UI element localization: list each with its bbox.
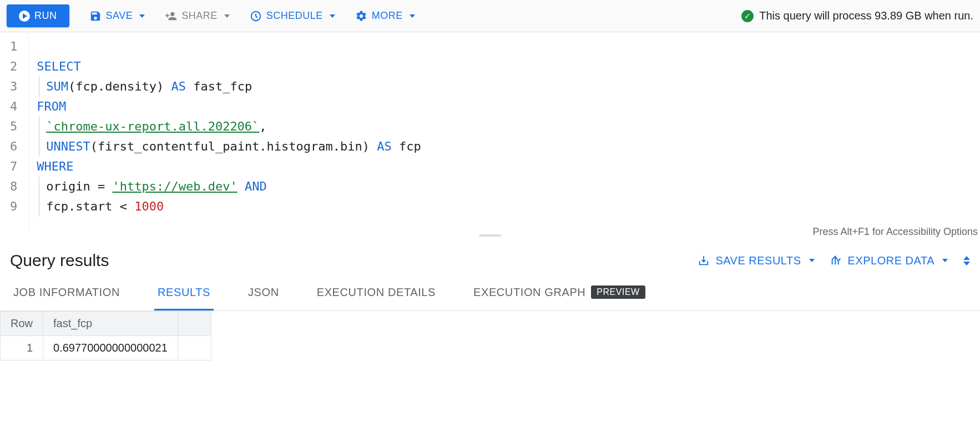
chevron-up-icon: [963, 256, 970, 260]
schedule-label: SCHEDULE: [266, 10, 323, 22]
toolbar: RUN SAVE SHARE SCHEDULE MORE ✓ This quer…: [0, 0, 980, 32]
run-button[interactable]: RUN: [7, 4, 69, 27]
chevron-down-icon: [139, 14, 145, 18]
results-tabs: JOB INFORMATION RESULTS JSON EXECUTION D…: [0, 275, 980, 311]
cell-rownum: 1: [1, 336, 43, 360]
tab-json[interactable]: JSON: [245, 276, 282, 310]
status-text: This query will process 93.89 GB when ru…: [759, 9, 973, 22]
gear-icon: [355, 10, 367, 22]
query-status: ✓ This query will process 93.89 GB when …: [741, 9, 973, 22]
person-add-icon: [165, 10, 177, 22]
download-icon: [698, 254, 710, 267]
save-results-button[interactable]: SAVE RESULTS: [698, 254, 814, 267]
chevron-down-icon: [809, 259, 815, 262]
chart-icon: [830, 254, 842, 267]
check-icon: ✓: [741, 10, 754, 22]
results-header: Query results SAVE RESULTS EXPLORE DATA: [0, 239, 980, 275]
share-button[interactable]: SHARE: [165, 10, 230, 22]
sql-editor[interactable]: 1 2 3 4 5 6 7 8 9 SELECT SUM(fcp.density…: [0, 32, 980, 232]
save-label: SAVE: [106, 10, 133, 22]
expand-collapse-button[interactable]: [963, 256, 970, 265]
tab-execution-details[interactable]: EXECUTION DETAILS: [314, 276, 439, 310]
save-button[interactable]: SAVE: [89, 10, 145, 22]
tab-job-information[interactable]: JOB INFORMATION: [10, 276, 123, 310]
clock-icon: [250, 10, 262, 22]
col-fast-fcp: fast_fcp: [43, 312, 178, 336]
play-icon: [19, 11, 30, 22]
more-label: MORE: [372, 10, 403, 22]
table-header-row: Row fast_fcp: [1, 312, 211, 336]
col-row: Row: [1, 312, 43, 336]
code-area[interactable]: SELECT SUM(fcp.density) AS fast_fcp FROM…: [29, 32, 980, 232]
chevron-down-icon: [410, 14, 415, 18]
more-button[interactable]: MORE: [355, 10, 415, 22]
explore-data-button[interactable]: EXPLORE DATA: [830, 254, 948, 267]
chevron-down-icon: [330, 14, 335, 18]
share-label: SHARE: [181, 10, 218, 22]
save-icon: [89, 10, 102, 22]
results-table: Row fast_fcp 1 0.69770000000000021: [0, 311, 211, 360]
cell-fast-fcp: 0.69770000000000021: [43, 336, 178, 360]
chevron-down-icon: [942, 259, 948, 262]
explore-data-label: EXPLORE DATA: [848, 254, 934, 267]
schedule-button[interactable]: SCHEDULE: [250, 10, 335, 22]
chevron-down-icon: [224, 14, 230, 18]
drag-bar-icon: [479, 234, 501, 237]
tab-results[interactable]: RESULTS: [154, 276, 214, 310]
preview-badge: PREVIEW: [591, 285, 645, 299]
chevron-down-icon: [963, 262, 970, 265]
table-row[interactable]: 1 0.69770000000000021: [1, 336, 211, 360]
a11y-hint: Press Alt+F1 for Accessibility Options: [812, 226, 978, 238]
tab-execution-graph[interactable]: EXECUTION GRAPH PREVIEW: [470, 275, 649, 310]
save-results-label: SAVE RESULTS: [715, 254, 801, 267]
line-gutter: 1 2 3 4 5 6 7 8 9: [0, 32, 29, 232]
run-label: RUN: [34, 10, 57, 22]
results-title: Query results: [10, 251, 109, 270]
resize-handle[interactable]: Press Alt+F1 for Accessibility Options: [0, 232, 980, 239]
